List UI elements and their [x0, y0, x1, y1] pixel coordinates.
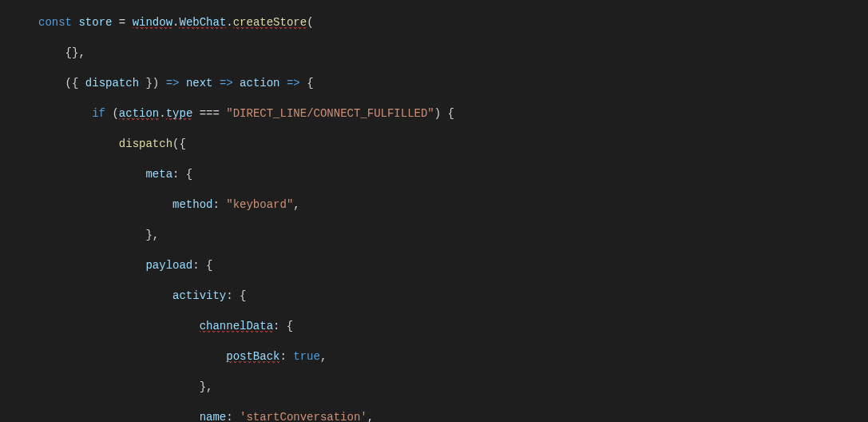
code-line: meta: {	[38, 167, 868, 182]
code-line: activity: {	[38, 289, 868, 304]
keyword-true: true	[293, 350, 320, 363]
string-keyboard: "keyboard"	[226, 198, 293, 211]
code-editor[interactable]: const store = window.WebChat.createStore…	[0, 0, 868, 422]
prop-meta: meta	[145, 168, 172, 181]
prop-channelData: channelData	[200, 320, 273, 333]
prop-activity: activity	[172, 289, 226, 302]
var-dispatch: dispatch	[85, 77, 139, 90]
prop-method: method	[172, 198, 212, 211]
code-line: ({ dispatch }) => next => action => {	[38, 76, 868, 91]
string-startConversation: 'startConversation'	[240, 411, 367, 422]
var-next: next	[186, 77, 213, 90]
var-action-type: action	[119, 107, 159, 121]
var-window: window	[133, 16, 172, 30]
code-line: dispatch({	[38, 137, 868, 152]
code-line: if (action.type === "DIRECT_LINE/CONNECT…	[38, 106, 868, 121]
keyword-if: if	[92, 107, 105, 120]
prop-name: name	[200, 411, 227, 422]
code-line: channelData: {	[38, 319, 868, 334]
prop-payload: payload	[145, 259, 192, 272]
code-line: {},	[38, 46, 868, 61]
code-line: const store = window.WebChat.createStore…	[38, 15, 868, 30]
code-line: payload: {	[38, 258, 868, 273]
code-line: postBack: true,	[38, 349, 868, 364]
string-connect-fulfilled: "DIRECT_LINE/CONNECT_FULFILLED"	[226, 107, 434, 120]
code-line: method: "keyboard",	[38, 197, 868, 213]
code-line: },	[38, 228, 868, 243]
var-webchat: WebChat	[179, 16, 226, 30]
prop-type: type	[166, 107, 193, 121]
code-line: },	[38, 380, 868, 395]
code-line: name: 'startConversation',	[38, 410, 868, 422]
keyword-const: const	[38, 16, 72, 29]
var-store: store	[78, 16, 112, 29]
fn-dispatch: dispatch	[119, 137, 172, 150]
var-action: action	[240, 77, 279, 90]
op-eqeqeq: ===	[200, 107, 220, 120]
prop-postBack: postBack	[226, 350, 279, 364]
fn-createStore: createStore	[233, 16, 307, 30]
